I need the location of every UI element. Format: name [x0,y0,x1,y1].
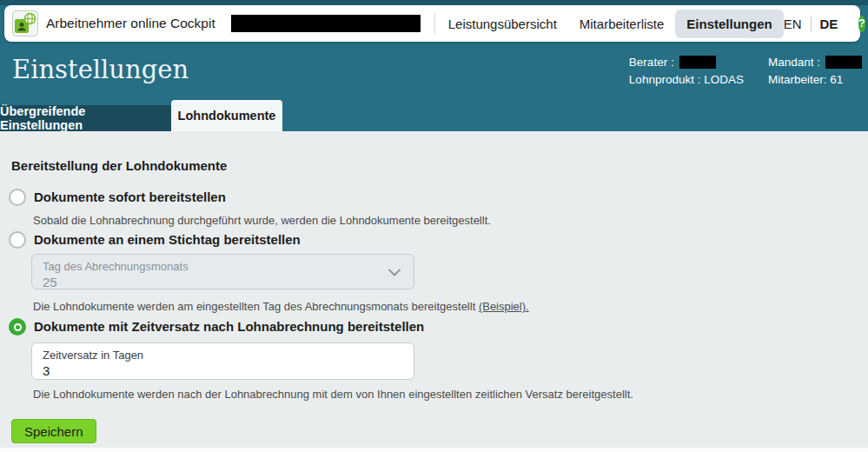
zeitversatz-field-label: Zeitversatz in Tagen [43,349,403,362]
mandant-label: Mandant : [768,56,820,69]
screen: Arbeitnehmer online Cockpit Leistungsübe… [0,0,868,452]
lohnprodukt-label: Lohnprodukt : LODAS [629,73,744,86]
helper-sofort: Sobald die Lohnabrechnung durchgeführt w… [33,214,491,227]
tab-lohndokumente[interactable]: Lohndokumente [171,100,282,131]
helper-stichtag: Die Lohndokumente werden am eingestellte… [33,300,529,313]
chevron-down-icon [388,268,401,277]
language-de[interactable]: DE [820,17,838,31]
zeitversatz-field: Zeitversatz in Tagen [31,342,414,380]
app-header: Arbeitnehmer online Cockpit Leistungsübe… [4,5,860,42]
help-icon[interactable]: ? [858,16,865,32]
berater-label: Berater : [629,56,674,69]
tab-panel-lohndokumente: Bereitstellung der Lohndokumente Dokumen… [0,131,868,452]
save-button[interactable]: Speichern [11,419,96,443]
radio-zeitversatz[interactable] [9,318,26,336]
nav-item-einstellungen[interactable]: Einstellungen [675,10,783,38]
page-title: Einstellungen [12,55,189,84]
radio-option-sofort: Dokumente sofort bereitstellen [9,189,226,206]
redacted-berater-value [679,56,716,69]
nav-item-mitarbeiterliste[interactable]: Mitarbeiterliste [568,10,676,38]
radio-stichtag-label[interactable]: Dokumente an einem Stichtag bereitstelle… [34,231,301,249]
nav-item-leistungsuebersicht[interactable]: Leistungsübersicht [437,10,568,38]
helper-stichtag-text: Die Lohndokumente werden am eingestellte… [33,300,479,313]
radio-stichtag[interactable] [9,231,26,249]
bottom-strip [0,448,868,452]
stichtag-day-select-value: 25 [43,275,403,290]
radio-option-zeitversatz: Dokumente mit Zeitversatz nach Lohnabrec… [9,318,424,336]
stichtag-day-select-label: Tag des Abrechnungsmonats [43,260,403,273]
redacted-client-name [231,15,421,32]
tab-uebergreifende-einstellungen[interactable]: Übergreifende Einstellungen [0,105,171,131]
section-title: Bereitstellung der Lohndokumente [11,158,227,173]
language-switcher: EN DE [784,16,838,31]
app-title: Arbeitnehmer online Cockpit [46,16,215,31]
helper-zeitversatz: Die Lohndokumente werden nach der Lohnab… [33,388,633,401]
radio-sofort[interactable] [9,189,26,206]
language-en[interactable]: EN [784,17,802,31]
app-logo-icon [12,10,38,37]
radio-zeitversatz-label[interactable]: Dokumente mit Zeitversatz nach Lohnabrec… [34,318,424,336]
client-meta: Berater : Mandant : Lohnprodukt : LODAS … [629,56,862,86]
main-nav: Leistungsübersicht Mitarbeiterliste Eins… [437,10,784,38]
zeitversatz-input[interactable] [43,363,373,378]
radio-sofort-label[interactable]: Dokumente sofort bereitstellen [34,189,226,206]
beispiel-link[interactable]: (Beispiel). [479,300,529,313]
language-divider [811,16,812,31]
stichtag-day-select: Tag des Abrechnungsmonats 25 [31,254,414,289]
header-divider [434,13,435,34]
radio-option-stichtag: Dokumente an einem Stichtag bereitstelle… [9,231,301,249]
redacted-mandant-value [825,56,862,69]
mitarbeiter-count: Mitarbeiter: 61 [768,73,843,86]
